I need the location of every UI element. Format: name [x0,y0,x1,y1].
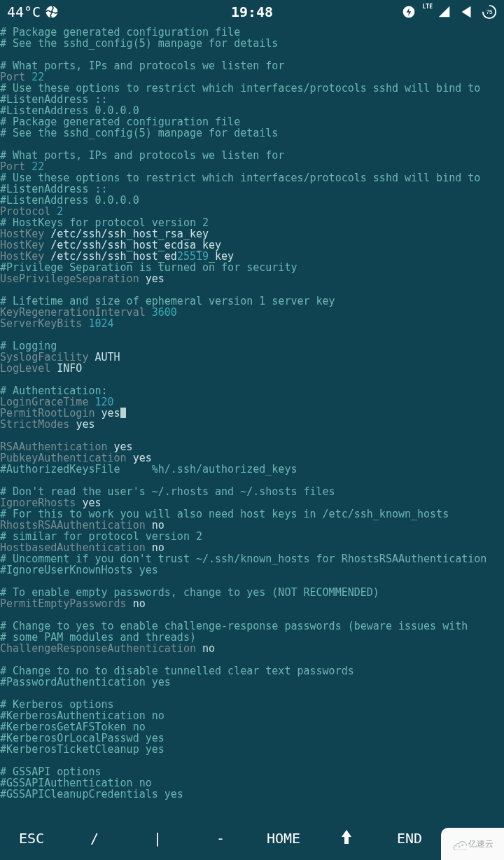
svg-point-6 [458,845,461,847]
code-line: # Change to yes to enable challenge-resp… [0,620,504,632]
code-line: #KerberosTicketCleanup yes [0,744,504,755]
code-line [0,284,504,296]
code-line: ChallengeResponseAuthentication no [0,643,504,654]
svg-text:75: 75 [486,9,493,15]
svg-point-1 [50,11,53,13]
signal-icon [437,4,452,20]
code-line: # GSSAPI options [0,766,504,777]
watermark: 亿速云 [441,828,504,860]
code-line: HostKey /etc/ssh/ssh_host_ecdsa_key [0,240,504,251]
code-line: #ListenAddress :: [0,94,504,105]
pipe-key[interactable]: | [126,830,189,847]
code-line: LogLevel INFO [0,363,504,374]
code-line: # HostKeys for protocol version 2 [0,217,504,228]
code-line: # Package generated configuration file [0,27,504,38]
code-line: # some PAM modules and threads) [0,632,504,643]
status-bar: 44°C 19:48 LTE 75 [0,0,504,24]
code-line: SyslogFacility AUTH [0,352,504,363]
code-line: HostbasedAuthentication no [0,542,504,553]
code-line: # Kerberos options [0,699,504,710]
code-line [0,755,504,766]
code-line: LoginGraceTime 120 [0,396,504,408]
code-line: # To enable empty passwords, change to y… [0,587,504,598]
status-time: 19:48 [133,4,371,20]
code-line: # Use these options to restrict which in… [0,172,504,183]
key-toolbar: ESC / | - HOME END PGUP [0,817,504,860]
code-line: #KerberosAuthentication no [0,710,504,721]
code-line: #GSSAPICleanupCredentials yes [0,789,504,800]
code-line: # See the sshd_config(5) manpage for det… [0,127,504,139]
code-line: # What ports, IPs and protocols we liste… [0,60,504,71]
fan-icon [45,5,59,19]
code-line: PubkeyAuthentication yes [0,452,504,464]
up-key[interactable] [315,828,378,849]
code-line: # See the sshd_config(5) manpage for det… [0,38,504,49]
code-line: #KerberosGetAFSToken no [0,721,504,733]
lte-indicator: LTE [423,4,433,10]
code-line: # Use these options to restrict which in… [0,83,504,94]
code-line: #AuthorizedKeysFile %h/.ssh/authorized_k… [0,464,504,475]
code-line: # Don't read the user's ~/.rhosts and ~/… [0,486,504,497]
code-line [0,654,504,665]
code-line: #Privilege Separation is turned on for s… [0,262,504,273]
esc-key[interactable]: ESC [0,830,63,847]
code-line: #ListenAddress 0.0.0.0 [0,105,504,116]
code-line: # Logging [0,340,504,352]
code-line: Port 22 [0,71,504,83]
code-line [0,688,504,699]
code-line: RSAAuthentication yes [0,441,504,452]
code-line [0,430,504,441]
code-line: Port 22 [0,161,504,172]
code-line: #PasswordAuthentication yes [0,677,504,688]
dash-key[interactable]: - [189,830,252,847]
code-line: IgnoreRhosts yes [0,497,504,508]
code-line: ServerKeyBits 1024 [0,318,504,329]
code-line: # What ports, IPs and protocols we liste… [0,150,504,161]
code-line: KeyRegenerationInterval 3600 [0,307,504,318]
home-key[interactable]: HOME [252,830,315,847]
bolt-icon [402,5,416,19]
code-line: # For this to work you will also need ho… [0,508,504,520]
nav-back-icon [459,4,475,20]
code-line: # Package generated configuration file [0,116,504,127]
code-line [0,329,504,340]
editor-area[interactable]: # Package generated configuration file# … [0,24,504,800]
code-line: #GSSAPIAuthentication no [0,777,504,789]
code-line: # Uncomment if you don't trust ~/.ssh/kn… [0,553,504,564]
code-line: # similar for protocol version 2 [0,531,504,542]
slash-key[interactable]: / [63,830,126,847]
code-line: #KerberosOrLocalPasswd yes [0,733,504,744]
code-line [0,475,504,486]
code-line: HostKey /etc/ssh/ssh_host_rsa_key [0,228,504,240]
end-key[interactable]: END [378,830,441,847]
code-line: UsePrivilegeSeparation yes [0,273,504,284]
code-line: # Lifetime and size of ephemeral version… [0,296,504,307]
code-line [0,49,504,60]
code-line: # Authentication: [0,385,504,396]
code-line: PermitRootLogin yes [0,408,504,419]
code-line [0,576,504,587]
code-line: #IgnoreUserKnownHosts yes [0,564,504,576]
code-line: HostKey /etc/ssh/ssh_host_ed25519_key [0,251,504,262]
code-line: RhostsRSAAuthentication no [0,520,504,531]
code-line: #ListenAddress :: [0,183,504,195]
code-line [0,374,504,385]
battery-icon: 75 [482,4,497,20]
code-line [0,609,504,620]
code-line: PermitEmptyPasswords no [0,598,504,609]
code-line: # Change to no to disable tunnelled clea… [0,665,504,677]
svg-point-5 [461,845,463,847]
code-line [0,139,504,150]
code-line: StrictModes yes [0,419,504,430]
code-line: Protocol 2 [0,206,504,217]
code-line: #ListenAddress 0.0.0.0 [0,195,504,206]
cpu-temp: 44°C [7,4,41,20]
